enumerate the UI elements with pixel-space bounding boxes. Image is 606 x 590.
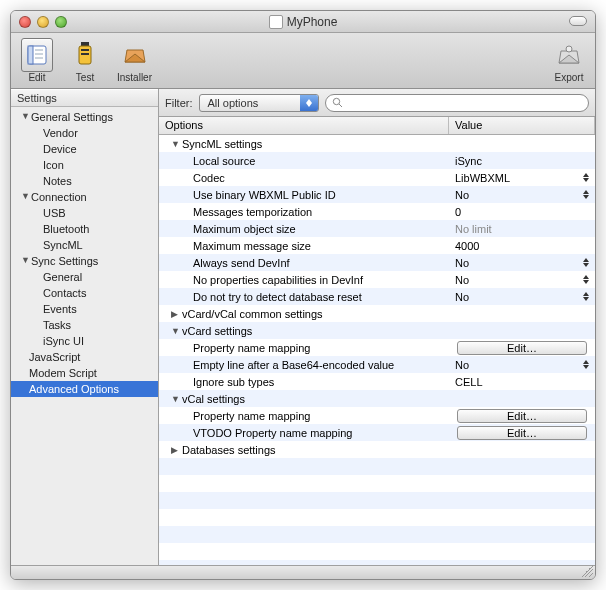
filter-bar: Filter: All options: [159, 89, 595, 117]
sidebar-item[interactable]: General: [11, 269, 158, 285]
row-label: VTODO Property name mapping: [193, 427, 352, 439]
row-value[interactable]: 0: [455, 206, 461, 218]
table-row[interactable]: CodecLibWBXML: [159, 169, 595, 186]
table-row[interactable]: ▼vCal settings: [159, 390, 595, 407]
table-row[interactable]: Property name mappingEdit…: [159, 339, 595, 356]
export-button[interactable]: Export: [549, 36, 589, 85]
row-label: Property name mapping: [193, 342, 310, 354]
sidebar-item[interactable]: Notes: [11, 173, 158, 189]
sidebar-item[interactable]: Device: [11, 141, 158, 157]
installer-button[interactable]: Installer: [113, 36, 156, 85]
svg-rect-5: [81, 42, 89, 46]
row-label: Messages temporization: [193, 206, 312, 218]
sidebar-item[interactable]: JavaScript: [11, 349, 158, 365]
table-row[interactable]: Empty line after a Base64-encoded valueN…: [159, 356, 595, 373]
sidebar-item[interactable]: Events: [11, 301, 158, 317]
sidebar-item[interactable]: USB: [11, 205, 158, 221]
row-value[interactable]: No: [455, 359, 469, 371]
col-options[interactable]: Options: [159, 117, 449, 134]
table-row[interactable]: Local sourceiSync: [159, 152, 595, 169]
column-header: Options Value: [159, 117, 595, 135]
test-button[interactable]: Test: [65, 36, 105, 85]
sidebar-item[interactable]: Icon: [11, 157, 158, 173]
window-title: MyPhone: [287, 15, 338, 29]
toolbar-toggle-button[interactable]: [569, 16, 587, 26]
sidebar-item-label: Vendor: [43, 127, 78, 139]
table-row[interactable]: ▶vCard/vCal common settings: [159, 305, 595, 322]
sidebar-item[interactable]: Modem Script: [11, 365, 158, 381]
table-row[interactable]: Property name mappingEdit…: [159, 407, 595, 424]
table-row[interactable]: Messages temporization0: [159, 203, 595, 220]
edit-button[interactable]: Edit…: [457, 426, 587, 440]
resize-grip-icon[interactable]: [581, 565, 593, 577]
table-row[interactable]: Always send DevInfNo: [159, 254, 595, 271]
edit-button[interactable]: Edit: [17, 36, 57, 85]
row-label: Ignore sub types: [193, 376, 274, 388]
sidebar-item[interactable]: Contacts: [11, 285, 158, 301]
table-row[interactable]: Ignore sub typesCELL: [159, 373, 595, 390]
svg-rect-8: [81, 53, 89, 55]
table-row[interactable]: ▼SyncML settings: [159, 135, 595, 152]
disclosure-triangle-icon: ▼: [171, 139, 179, 149]
sidebar-group[interactable]: ▼General Settings: [11, 109, 158, 125]
content: Filter: All options Options Value ▼SyncM…: [159, 89, 595, 565]
sidebar-item[interactable]: Advanced Options: [11, 381, 158, 397]
sidebar-item[interactable]: iSync UI: [11, 333, 158, 349]
row-value[interactable]: No: [455, 189, 469, 201]
disclosure-triangle-icon: ▶: [171, 309, 179, 319]
sidebar-item-label: SyncML: [43, 239, 83, 251]
sidebar-item-label: Icon: [43, 159, 64, 171]
disclosure-triangle-icon: ▼: [21, 191, 29, 201]
col-value[interactable]: Value: [449, 117, 595, 134]
row-label: Maximum message size: [193, 240, 311, 252]
table-row[interactable]: Maximum message size4000: [159, 237, 595, 254]
sidebar-item-label: Modem Script: [29, 367, 97, 379]
row-value[interactable]: iSync: [455, 155, 482, 167]
row-label: Local source: [193, 155, 255, 167]
sidebar-item-label: Device: [43, 143, 77, 155]
row-value[interactable]: CELL: [455, 376, 483, 388]
sidebar-item[interactable]: Vendor: [11, 125, 158, 141]
row-label: Use binary WBXML Public ID: [193, 189, 336, 201]
titlebar: MyPhone: [11, 11, 595, 33]
row-value[interactable]: No limit: [455, 223, 492, 235]
row-value[interactable]: LibWBXML: [455, 172, 510, 184]
sidebar-item-label: General: [43, 271, 82, 283]
table-row[interactable]: ▶Databases settings: [159, 441, 595, 458]
table-row[interactable]: No properties capabilities in DevInfNo: [159, 271, 595, 288]
sidebar-group[interactable]: ▼Sync Settings: [11, 253, 158, 269]
sidebar-group-label: General Settings: [31, 111, 113, 123]
search-input[interactable]: [346, 97, 582, 109]
edit-button[interactable]: Edit…: [457, 341, 587, 355]
edit-button[interactable]: Edit…: [457, 409, 587, 423]
table-row[interactable]: ▼vCard settings: [159, 322, 595, 339]
sidebar-item-label: JavaScript: [29, 351, 80, 363]
row-label: Empty line after a Base64-encoded value: [193, 359, 394, 371]
sidebar-group[interactable]: ▼Connection: [11, 189, 158, 205]
sidebar-item[interactable]: Bluetooth: [11, 221, 158, 237]
row-label: No properties capabilities in DevInf: [193, 274, 363, 286]
row-label: vCal settings: [182, 393, 245, 405]
options-table: ▼SyncML settingsLocal sourceiSyncCodecLi…: [159, 135, 595, 565]
sidebar-item-label: Advanced Options: [29, 383, 119, 395]
zoom-icon[interactable]: [55, 16, 67, 28]
close-icon[interactable]: [19, 16, 31, 28]
table-row[interactable]: Do not try to detect database resetNo: [159, 288, 595, 305]
row-value[interactable]: No: [455, 257, 469, 269]
row-label: SyncML settings: [182, 138, 262, 150]
row-value[interactable]: 4000: [455, 240, 479, 252]
row-value[interactable]: No: [455, 291, 469, 303]
filter-combo[interactable]: All options: [199, 94, 319, 112]
sidebar-item[interactable]: SyncML: [11, 237, 158, 253]
sidebar-item-label: Tasks: [43, 319, 71, 331]
table-row[interactable]: VTODO Property name mappingEdit…: [159, 424, 595, 441]
row-value[interactable]: No: [455, 274, 469, 286]
table-row[interactable]: Maximum object sizeNo limit: [159, 220, 595, 237]
search-field[interactable]: [325, 94, 590, 112]
table-row[interactable]: Use binary WBXML Public IDNo: [159, 186, 595, 203]
sidebar-item-label: Contacts: [43, 287, 86, 299]
chevron-updown-icon: [583, 190, 589, 199]
sidebar-item[interactable]: Tasks: [11, 317, 158, 333]
chevron-updown-icon: [583, 275, 589, 284]
minimize-icon[interactable]: [37, 16, 49, 28]
